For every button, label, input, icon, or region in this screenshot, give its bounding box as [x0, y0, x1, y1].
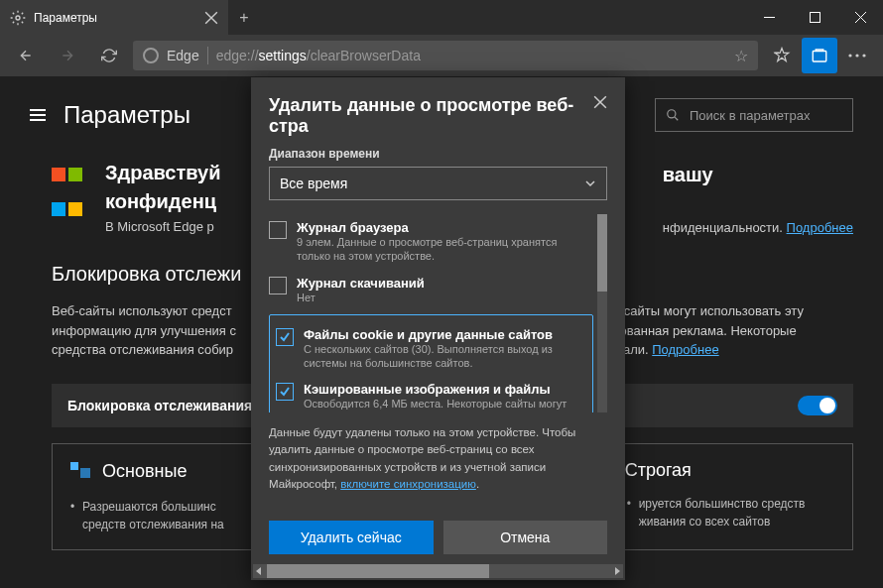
time-range-value: Все время	[280, 176, 347, 191]
maximize-button[interactable]	[792, 0, 837, 35]
greeting-right: нфиденциальности.	[663, 220, 783, 235]
browser-tab[interactable]: Параметры	[0, 0, 228, 35]
close-icon[interactable]	[593, 95, 607, 109]
dialog-title: Удалить данные о просмотре веб-стра	[269, 95, 593, 137]
divider	[207, 47, 208, 64]
tracking-toggle[interactable]	[798, 396, 837, 415]
item-sub: 9 элем. Данные о просмотре веб-страниц х…	[297, 235, 593, 264]
forward-button[interactable]	[50, 38, 85, 73]
time-range-label: Диапазон времени	[269, 147, 607, 161]
list-item: Журнал браузера 9 элем. Данные о просмот…	[269, 214, 593, 270]
item-label: Журнал браузера	[297, 220, 593, 235]
window-titlebar: Параметры +	[0, 0, 883, 35]
svg-point-6	[668, 110, 676, 118]
basic-icon	[68, 460, 92, 484]
card-bullet: ируется большинство средств живания со в…	[625, 495, 836, 530]
checkbox[interactable]	[269, 221, 287, 239]
item-label: Кэшированные изображения и файлы	[304, 382, 567, 397]
search-placeholder: Поиск в параметрах	[690, 108, 811, 123]
checkbox[interactable]	[276, 328, 294, 346]
address-bar[interactable]: Edge edge://settings/clearBrowserData ☆	[133, 41, 758, 70]
svg-point-3	[848, 54, 851, 57]
favorite-icon[interactable]: ☆	[734, 47, 748, 65]
item-sub: Освободится 6,4 МБ места. Некоторые сайт…	[304, 397, 567, 411]
close-icon[interactable]	[204, 11, 218, 25]
search-icon	[666, 108, 680, 122]
cancel-button[interactable]: Отмена	[443, 521, 608, 554]
clear-now-button[interactable]: Удалить сейчас	[269, 521, 434, 554]
item-label: Файлы cookie и другие данные сайтов	[304, 327, 586, 342]
item-sub: Нет	[297, 291, 425, 304]
svg-rect-2	[813, 52, 826, 62]
microsoft-logo	[52, 168, 83, 235]
chevron-down-icon	[584, 177, 596, 189]
list-item: Кэшированные изображения и файлы Освобод…	[276, 376, 586, 412]
edge-label: Edge	[167, 48, 199, 63]
card-title: Основные	[102, 461, 187, 482]
list-item: Журнал скачиваний Нет	[269, 270, 593, 310]
dialog-note: Данные будут удалены только на этом устр…	[269, 424, 607, 493]
refresh-button[interactable]	[91, 38, 127, 73]
favorites-button[interactable]	[764, 38, 800, 73]
url-text: edge://settings/clearBrowserData	[216, 48, 421, 63]
search-input[interactable]: Поиск в параметрах	[655, 98, 853, 132]
minimize-button[interactable]	[746, 0, 792, 35]
svg-rect-8	[80, 468, 90, 478]
window-close-button[interactable]	[837, 0, 883, 35]
item-sub: С нескольких сайтов (30). Выполняется вы…	[304, 342, 586, 371]
svg-point-4	[855, 54, 858, 57]
collections-button[interactable]	[802, 38, 837, 73]
learn-more-link[interactable]: Подробнее	[787, 220, 853, 235]
clear-data-dialog: Удалить данные о просмотре веб-стра Диап…	[251, 77, 625, 580]
svg-point-0	[16, 16, 20, 20]
address-bar-row: Edge edge://settings/clearBrowserData ☆	[0, 35, 883, 76]
page-title: Параметры	[63, 101, 190, 129]
gear-icon	[10, 10, 26, 26]
tracking-label: Блокировка отслеживания	[67, 398, 252, 413]
tab-title: Параметры	[34, 11, 196, 25]
time-range-select[interactable]: Все время	[269, 167, 607, 200]
back-button[interactable]	[8, 38, 44, 73]
svg-rect-7	[70, 462, 78, 470]
greeting-right2: вашу	[663, 164, 853, 186]
section-desc-left: Веб-сайты используют средст информацию д…	[52, 301, 260, 360]
item-label: Журнал скачиваний	[297, 276, 425, 291]
edge-icon	[143, 48, 159, 63]
svg-point-5	[862, 54, 865, 57]
scrollbar-vertical[interactable]	[597, 214, 607, 412]
scrollbar-horizontal[interactable]	[253, 564, 623, 578]
checkbox[interactable]	[276, 383, 294, 401]
tracking-card-strict[interactable]: Строгая ируется большинство средств жива…	[608, 443, 853, 550]
menu-button[interactable]	[30, 109, 46, 121]
checkbox[interactable]	[269, 277, 287, 294]
card-title: Строгая	[625, 460, 692, 481]
data-type-list: Журнал браузера 9 элем. Данные о просмот…	[269, 214, 607, 412]
svg-rect-1	[810, 13, 820, 23]
card-bullet: Разрешаются большинс средств отслеживани…	[68, 498, 280, 533]
list-item: Файлы cookie и другие данные сайтов С не…	[276, 321, 586, 377]
learn-more-link-2[interactable]: Подробнее	[652, 342, 718, 357]
sync-link[interactable]: включите синхронизацию	[340, 478, 476, 490]
more-button[interactable]	[839, 38, 875, 73]
new-tab-button[interactable]: +	[228, 9, 260, 27]
